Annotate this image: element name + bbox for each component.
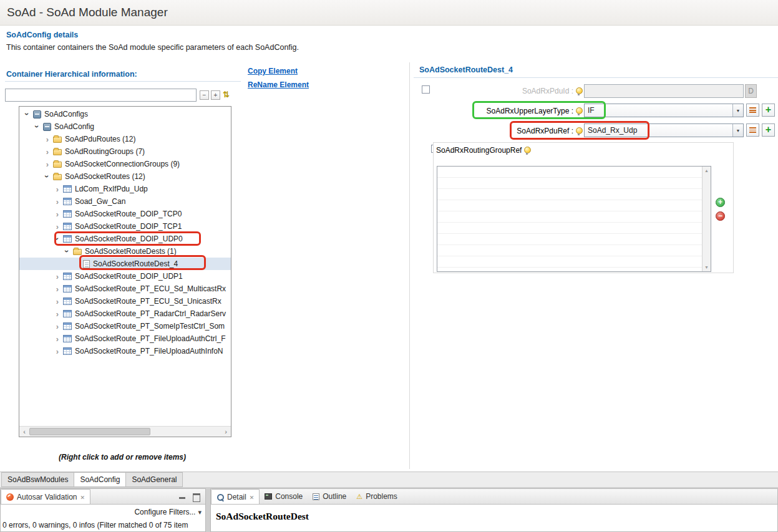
folder-icon: [53, 149, 62, 155]
tree-horizontal-scrollbar[interactable]: [19, 426, 231, 437]
expander-icon[interactable]: [53, 322, 62, 331]
outline-icon: [313, 493, 319, 500]
expander-icon[interactable]: [53, 334, 62, 343]
scroll-up-icon[interactable]: [703, 167, 711, 175]
close-icon[interactable]: [250, 493, 255, 501]
tree-item-fileuploadauthinfo[interactable]: SoAdSocketRoute_PT_FileUploadAuthInfoN: [19, 345, 231, 357]
expander-icon[interactable]: [33, 122, 42, 131]
tab-autosar-validation[interactable]: Autosar Validation: [1, 489, 90, 504]
expander-icon[interactable]: [43, 147, 52, 156]
tree-item-someiptestctrl[interactable]: SoAdSocketRoute_PT_SomeIpTestCtrl_Som: [19, 320, 231, 332]
container-tree[interactable]: SoAdConfigs SoAdConfig SoAdPduRoutes (12…: [19, 106, 231, 437]
filters-dropdown-icon[interactable]: [198, 508, 202, 516]
pduid-checkbox[interactable]: [422, 85, 430, 94]
problems-icon: [356, 493, 362, 500]
minimize-icon[interactable]: [178, 493, 187, 500]
add-reference-button[interactable]: [716, 198, 725, 207]
expander-icon[interactable]: [53, 272, 62, 281]
tree-item-soadconfigs[interactable]: SoAdConfigs: [19, 108, 231, 120]
expander-icon[interactable]: [43, 172, 52, 181]
upperlayertype-combobox[interactable]: IF: [584, 104, 744, 117]
tab-soadbswmodules[interactable]: SoAdBswModules: [1, 472, 74, 487]
close-icon[interactable]: [80, 493, 85, 501]
container-hierarchy-title: Container Hierarchical information:: [6, 70, 137, 79]
upperlayertype-add-button[interactable]: [762, 104, 775, 117]
tree-item-soad-gw-can[interactable]: Soad_Gw_Can: [19, 195, 231, 208]
expander-icon[interactable]: [43, 160, 52, 168]
expander-icon[interactable]: [53, 235, 62, 243]
scroll-left-icon[interactable]: [19, 427, 29, 437]
expander-icon[interactable]: [43, 135, 52, 143]
rename-element-link[interactable]: ReName Element: [248, 80, 309, 89]
upperlayertype-list-button[interactable]: [746, 104, 759, 117]
pduref-combobox[interactable]: SoAd_Rx_Udp: [584, 123, 744, 137]
expander-icon[interactable]: [53, 347, 62, 355]
tree-item-doip-udp0[interactable]: SoAdSocketRoute_DOIP_UDP0: [19, 233, 231, 245]
tree-item-pduroutes[interactable]: SoAdPduRoutes (12): [19, 133, 231, 145]
tree-item-ecu-sd-multicastrx[interactable]: SoAdSocketRoute_PT_ECU_Sd_MulticastRx: [19, 283, 231, 295]
tree-item-routinggroups[interactable]: SoAdRoutingGroups (7): [19, 145, 231, 158]
expander-icon[interactable]: [53, 210, 62, 218]
table-icon: [63, 273, 72, 280]
tree-item-doip-tcp0[interactable]: SoAdSocketRoute_DOIP_TCP0: [19, 208, 231, 220]
tree-item-ldcom-rxifpdu-udp[interactable]: LdCom_RxIfPdu_Udp: [19, 183, 231, 195]
tab-detail[interactable]: Detail: [211, 489, 260, 504]
routinggroupref-list[interactable]: [437, 166, 711, 272]
scroll-down-icon[interactable]: [703, 263, 711, 271]
pduid-input[interactable]: [584, 84, 744, 98]
soadconfig-details-description: This container containers the SoAd modul…: [6, 43, 299, 52]
tree-item-fileuploadauthctrl[interactable]: SoAdSocketRoute_PT_FileUploadAuthCtrl_F: [19, 332, 231, 345]
tree-item-socketroutedest-4[interactable]: SoAdSocketRouteDest_4: [19, 258, 231, 270]
tab-soadconfig[interactable]: SoAdConfig: [74, 472, 126, 487]
expander-icon[interactable]: [53, 284, 62, 293]
upperlayertype-label-row: SoAdRxUpperLayerType :: [430, 104, 583, 118]
chevron-down-icon[interactable]: [732, 124, 743, 137]
expander-icon[interactable]: [53, 309, 62, 318]
expand-all-icon[interactable]: [211, 90, 220, 100]
pduid-default-button[interactable]: D: [745, 84, 757, 98]
folder-icon: [53, 137, 62, 143]
pduref-add-button[interactable]: [762, 123, 775, 137]
console-icon: [265, 493, 272, 500]
remove-reference-button[interactable]: [716, 211, 725, 221]
tree-item-ecu-sd-unicastrx[interactable]: SoAdSocketRoute_PT_ECU_Sd_UnicastRx: [19, 295, 231, 307]
tab-console[interactable]: Console: [260, 489, 308, 504]
tree-item-socketroutes[interactable]: SoAdSocketRoutes (12): [19, 170, 231, 183]
document-icon: [83, 260, 90, 268]
table-icon: [63, 322, 72, 330]
sort-filter-icon[interactable]: [221, 90, 231, 99]
tree-search-input[interactable]: [5, 89, 197, 102]
table-icon: [63, 210, 72, 218]
tree-item-doip-tcp1[interactable]: SoAdSocketRoute_DOIP_TCP1: [19, 220, 231, 233]
maximize-icon[interactable]: [192, 493, 200, 500]
list-icon: [749, 127, 756, 133]
expander-icon[interactable]: [53, 297, 62, 306]
module-icon: [43, 123, 51, 131]
pduref-list-button[interactable]: [746, 123, 759, 137]
configure-filters-button[interactable]: Configure Filters...: [134, 508, 195, 516]
expander-icon[interactable]: [53, 222, 62, 231]
tree-item-socketroutedests[interactable]: SoAdSocketRouteDests (1): [19, 245, 231, 258]
tree-item-soadconfig[interactable]: SoAdConfig: [19, 120, 231, 133]
bottom-view-area: Autosar Validation Configure Filters... …: [0, 487, 778, 532]
collapse-all-icon[interactable]: [200, 90, 209, 100]
scroll-right-icon[interactable]: [221, 427, 231, 437]
scrollbar-thumb[interactable]: [29, 428, 150, 435]
expander-icon[interactable]: [53, 185, 62, 193]
expander-icon[interactable]: [53, 197, 62, 206]
copy-element-link[interactable]: Copy Element: [248, 67, 298, 75]
lightbulb-icon: [524, 147, 530, 155]
pduid-label: SoAdRxPduId :: [522, 87, 573, 95]
tree-item-radarctrl[interactable]: SoAdSocketRoute_PT_RadarCtrl_RadarServ: [19, 307, 231, 320]
tree-item-doip-udp1[interactable]: SoAdSocketRoute_DOIP_UDP1: [19, 270, 231, 283]
expander-icon[interactable]: [63, 247, 72, 256]
tree-item-socketconnectiongroups[interactable]: SoAdSocketConnectionGroups (9): [19, 158, 231, 170]
tab-problems[interactable]: Problems: [351, 489, 402, 504]
list-vertical-scrollbar[interactable]: [702, 167, 711, 271]
expander-icon[interactable]: [23, 110, 32, 118]
chevron-down-icon[interactable]: [732, 104, 743, 117]
lightbulb-icon: [576, 127, 581, 135]
table-icon: [63, 297, 72, 305]
tab-soadgeneral[interactable]: SoAdGeneral: [126, 472, 183, 487]
tab-outline[interactable]: Outline: [308, 489, 351, 504]
